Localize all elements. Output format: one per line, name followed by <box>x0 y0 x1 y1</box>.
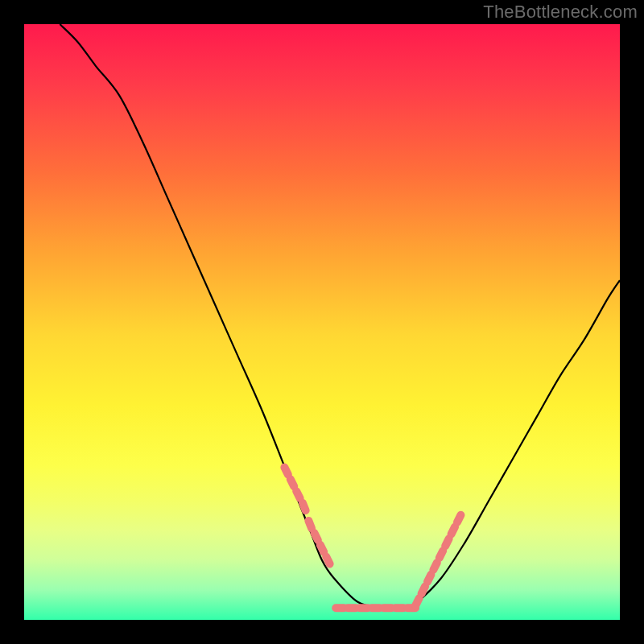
marker-cluster-right <box>410 510 466 611</box>
plot-svg <box>24 24 620 620</box>
bottleneck-curve <box>60 24 620 609</box>
watermark-text: TheBottleneck.com <box>483 2 638 23</box>
marker-cluster-flat <box>332 604 419 612</box>
marker-cluster-left <box>279 462 336 569</box>
chart-frame: TheBottleneck.com <box>0 0 644 644</box>
plot-area <box>24 24 620 620</box>
